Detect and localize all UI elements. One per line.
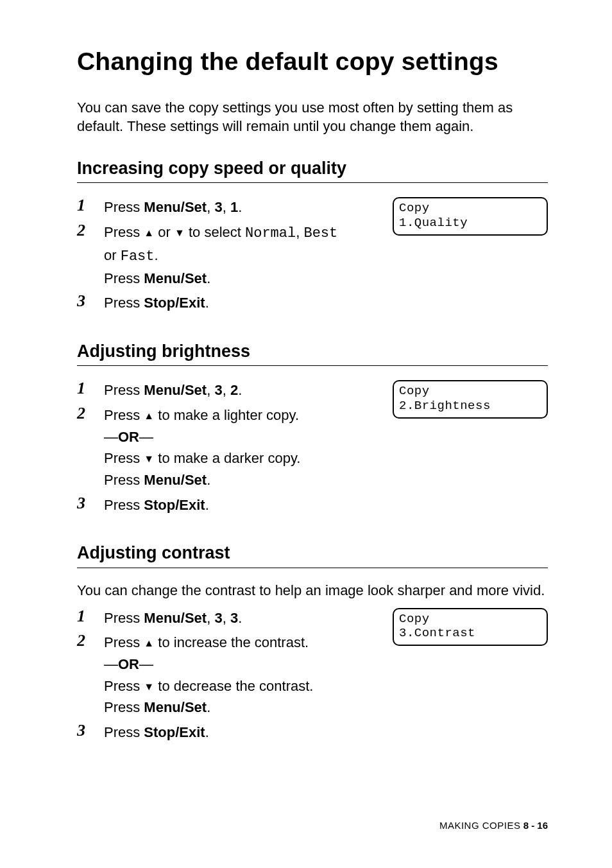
stop-exit-label: Stop/Exit bbox=[144, 724, 205, 740]
stop-exit-label: Stop/Exit bbox=[144, 497, 205, 513]
lcd-display-contrast: Copy 3.Contrast bbox=[393, 608, 548, 647]
lcd-line-1: Copy bbox=[399, 612, 541, 627]
footer-chapter-label: MAKING COPIES bbox=[439, 820, 521, 831]
step-number: 3 bbox=[77, 721, 104, 740]
lcd-line-1: Copy bbox=[399, 384, 541, 399]
contrast-step-3: 3 Press Stop/Exit. bbox=[77, 721, 380, 745]
text: Press bbox=[104, 407, 144, 423]
footer-page-number: 8 - 16 bbox=[523, 820, 548, 831]
step-number: 2 bbox=[77, 404, 104, 423]
text: or bbox=[104, 247, 121, 263]
text: Press bbox=[104, 634, 144, 650]
step-number: 3 bbox=[77, 494, 104, 513]
page-title: Changing the default copy settings bbox=[77, 45, 548, 79]
quality-step-1: 1 Press Menu/Set, 3, 1. bbox=[77, 196, 380, 220]
dash: — bbox=[104, 656, 118, 672]
text: , bbox=[207, 610, 214, 626]
lcd-line-2: 1.Quality bbox=[399, 216, 541, 230]
lcd-line-2: 3.Contrast bbox=[399, 626, 541, 641]
up-arrow-icon: ▲ bbox=[144, 227, 154, 238]
menu-set-label: Menu/Set bbox=[144, 610, 207, 626]
text: . bbox=[207, 472, 210, 488]
key-2: 2 bbox=[230, 382, 238, 398]
section-contrast: Adjusting contrast You can change the co… bbox=[77, 541, 548, 745]
down-arrow-icon: ▼ bbox=[144, 453, 154, 464]
menu-set-label: Menu/Set bbox=[144, 472, 207, 488]
contrast-intro: You can change the contrast to help an i… bbox=[77, 581, 548, 600]
key-3: 3 bbox=[214, 382, 222, 398]
text: . bbox=[207, 270, 210, 286]
quality-step-2: 2 Press ▲ or ▼ to select Normal, Best or… bbox=[77, 221, 380, 290]
step-number: 1 bbox=[77, 379, 104, 398]
text: Press bbox=[104, 724, 144, 740]
option-fast: Fast bbox=[121, 248, 155, 265]
up-arrow-icon: ▲ bbox=[144, 410, 154, 421]
heading-contrast: Adjusting contrast bbox=[77, 541, 548, 568]
stop-exit-label: Stop/Exit bbox=[144, 295, 205, 311]
text: Press bbox=[104, 224, 144, 240]
option-normal: Normal bbox=[245, 225, 296, 241]
text: Press bbox=[104, 610, 144, 626]
intro-paragraph: You can save the copy settings you use m… bbox=[77, 98, 548, 136]
key-3: 3 bbox=[214, 199, 222, 215]
text: , bbox=[207, 382, 214, 398]
quality-step-3: 3 Press Stop/Exit. bbox=[77, 291, 380, 315]
text: . bbox=[238, 199, 242, 215]
heading-quality: Increasing copy speed or quality bbox=[77, 157, 548, 183]
option-best: Best bbox=[303, 225, 337, 241]
heading-brightness: Adjusting brightness bbox=[77, 340, 548, 366]
or-label: OR bbox=[118, 429, 139, 445]
text: to make a lighter copy. bbox=[154, 407, 299, 423]
contrast-step-2: 2 Press ▲ to increase the contrast. —OR—… bbox=[77, 631, 380, 720]
text: . bbox=[155, 247, 158, 263]
menu-set-label: Menu/Set bbox=[144, 699, 207, 715]
key-1: 1 bbox=[230, 199, 238, 215]
or-label: OR bbox=[118, 656, 139, 672]
text: or bbox=[154, 224, 174, 240]
down-arrow-icon: ▼ bbox=[144, 681, 154, 692]
key-3: 3 bbox=[214, 610, 222, 626]
step-number: 1 bbox=[77, 607, 104, 626]
contrast-step-1: 1 Press Menu/Set, 3, 3. bbox=[77, 607, 380, 630]
section-brightness: Adjusting brightness 1 Press Menu/Set, 3… bbox=[77, 340, 548, 519]
text: Press bbox=[104, 382, 144, 398]
dash: — bbox=[139, 429, 153, 445]
text: , bbox=[296, 224, 303, 240]
step-number: 2 bbox=[77, 631, 104, 650]
step-number: 1 bbox=[77, 196, 104, 215]
text: to increase the contrast. bbox=[154, 634, 309, 650]
brightness-step-2: 2 Press ▲ to make a lighter copy. —OR— P… bbox=[77, 404, 380, 492]
text: Press bbox=[104, 450, 144, 466]
menu-set-label: Menu/Set bbox=[144, 270, 207, 286]
lcd-display-brightness: Copy 2.Brightness bbox=[393, 380, 548, 419]
text: , bbox=[223, 382, 230, 398]
text: Press bbox=[104, 678, 144, 694]
text: Press bbox=[104, 497, 144, 513]
text: Press bbox=[104, 295, 144, 311]
text: to decrease the contrast. bbox=[154, 678, 313, 694]
lcd-line-1: Copy bbox=[399, 201, 541, 216]
dash: — bbox=[104, 429, 118, 445]
section-quality: Increasing copy speed or quality 1 Press… bbox=[77, 157, 548, 317]
text: , bbox=[207, 199, 214, 215]
page-footer: MAKING COPIES 8 - 16 bbox=[439, 819, 548, 832]
text: Press bbox=[104, 472, 144, 488]
text: , bbox=[223, 199, 230, 215]
key-3b: 3 bbox=[230, 610, 238, 626]
step-number: 2 bbox=[77, 221, 104, 240]
text: . bbox=[205, 295, 209, 311]
text: . bbox=[207, 699, 210, 715]
brightness-step-3: 3 Press Stop/Exit. bbox=[77, 494, 380, 517]
text: . bbox=[205, 497, 209, 513]
text: to select bbox=[185, 224, 245, 240]
step-number: 3 bbox=[77, 291, 104, 311]
text: , bbox=[223, 610, 230, 626]
text: to make a darker copy. bbox=[154, 450, 300, 466]
lcd-line-2: 2.Brightness bbox=[399, 399, 541, 413]
menu-set-label: Menu/Set bbox=[144, 382, 207, 398]
up-arrow-icon: ▲ bbox=[144, 638, 154, 648]
text: Press bbox=[104, 699, 144, 715]
down-arrow-icon: ▼ bbox=[174, 227, 185, 238]
lcd-display-quality: Copy 1.Quality bbox=[393, 197, 548, 236]
text: Press bbox=[104, 199, 144, 215]
